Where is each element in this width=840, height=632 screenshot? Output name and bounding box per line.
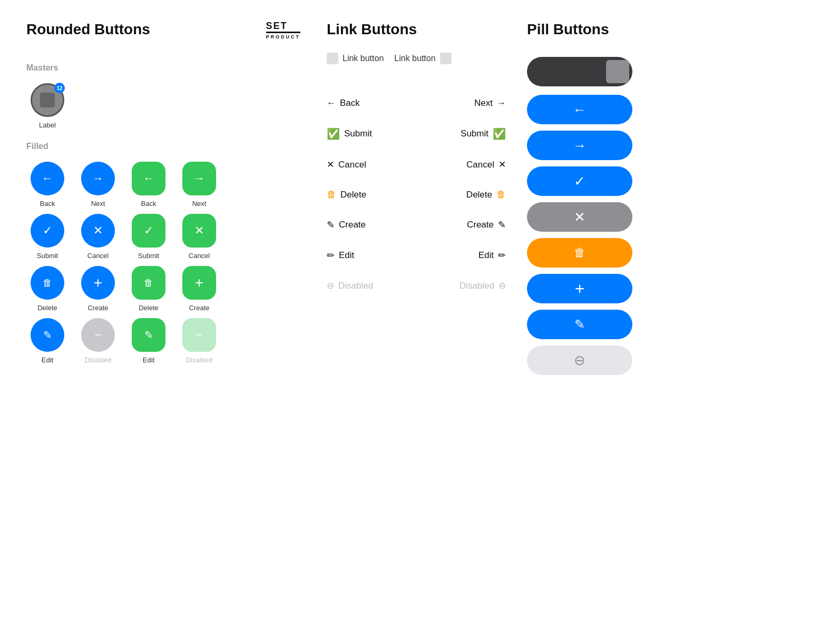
pill-edit-button[interactable]: ✎ [527, 310, 632, 339]
link-cancel-left-label: Cancel [338, 160, 366, 170]
link-delete-left-label: Delete [340, 190, 366, 200]
pill-create-button[interactable]: + [527, 274, 632, 303]
disabled-green-square-button: − [182, 318, 216, 352]
submit-blue-label: Submit [37, 252, 58, 260]
link-delete-right-label: Delete [466, 190, 492, 200]
back-blue-label: Back [40, 200, 55, 208]
pill-buttons-section: Pill Buttons ← → ✓ ✕ 🗑 + ✎ ⊖ [516, 21, 814, 375]
back-green-square-button[interactable]: ← [132, 162, 165, 195]
create-green-label: Create [189, 304, 209, 312]
filled-label: Filled [26, 142, 300, 151]
link-edit-left-label: Edit [339, 250, 354, 261]
pill-next-button[interactable]: → [527, 131, 632, 160]
master-button: 12 Label [26, 83, 69, 129]
link-next-button[interactable]: Next → [474, 96, 506, 111]
link-submit-right-button[interactable]: Submit ✅ [461, 125, 506, 142]
back-arrow-icon: ← [327, 98, 336, 108]
master-label: Label [39, 121, 56, 129]
link-back-label: Back [340, 98, 360, 108]
edit-green-square-button[interactable]: ✎ [132, 318, 165, 352]
cancel-green-square-button[interactable]: ✕ [182, 214, 216, 248]
link-edit-row: ✏ Edit Edit ✏ [327, 248, 506, 263]
rounded-title: Rounded Buttons [26, 21, 150, 38]
link-icon-box-right [440, 53, 452, 64]
next-green-label: Next [192, 200, 207, 208]
pill-disabled-button: ⊖ [527, 345, 632, 375]
link-create-left-label: Create [339, 220, 366, 230]
pill-back-button[interactable]: ← [527, 95, 632, 124]
disabled-minus-right-icon: ⊖ [499, 280, 506, 291]
create-icon-left: ✎ [327, 219, 335, 231]
btn-disabled-green: − Disabled [178, 318, 220, 364]
link-back-next-row: ← Back Next → [327, 96, 506, 111]
disabled-blue-label: Disabled [85, 356, 112, 364]
link-create-right-button[interactable]: Create ✎ [467, 217, 506, 233]
btn-cancel-blue: ✕ Cancel [77, 214, 119, 260]
edit-pencil-right-icon: ✏ [498, 250, 506, 261]
link-create-right-label: Create [467, 220, 494, 230]
toggle-thumb [606, 60, 629, 83]
pill-submit-button[interactable]: ✓ [527, 166, 632, 196]
link-disabled-row: ⊖ Disabled Disabled ⊖ [327, 278, 506, 293]
link-edit-right-button[interactable]: Edit ✏ [478, 248, 506, 263]
link-delete-row: 🗑 Delete Delete 🗑 [327, 187, 506, 202]
link-edit-left-button[interactable]: ✏ Edit [327, 248, 354, 263]
submit-check-right-icon: ✅ [493, 127, 506, 140]
delete-green-square-button[interactable]: 🗑 [132, 266, 165, 300]
link-master-left-label: Link button [343, 54, 384, 63]
link-master-left: Link button [327, 53, 384, 64]
btn-create-green: + Create [178, 266, 220, 312]
link-buttons-section: Link Buttons Link button Link button ← B… [316, 21, 516, 375]
link-create-left-button[interactable]: ✎ Create [327, 217, 366, 233]
create-blue-label: Create [87, 304, 108, 312]
delete-trash-left-icon: 🗑 [327, 189, 336, 200]
master-circle[interactable]: 12 [31, 83, 64, 117]
link-delete-left-button[interactable]: 🗑 Delete [327, 187, 366, 202]
link-submit-left-label: Submit [344, 129, 372, 139]
link-cancel-right-button[interactable]: Cancel ✕ [466, 157, 506, 172]
link-create-row: ✎ Create Create ✎ [327, 217, 506, 233]
next-green-square-button[interactable]: → [182, 162, 216, 195]
link-submit-left-button[interactable]: ✅ Submit [327, 125, 372, 142]
link-back-button[interactable]: ← Back [327, 96, 360, 111]
submit-check-left-icon: ✅ [327, 127, 340, 140]
submit-blue-circle-button[interactable]: ✓ [31, 214, 64, 248]
btn-submit-blue: ✓ Submit [26, 214, 69, 260]
rounded-buttons-grid: ← Back → Next ← Back → Next ✓ Submit ✕ [26, 162, 300, 364]
pill-title: Pill Buttons [527, 21, 814, 38]
next-blue-label: Next [91, 200, 105, 208]
pill-delete-button[interactable]: 🗑 [527, 238, 632, 268]
cancel-x-right-icon: ✕ [499, 159, 506, 170]
btn-cancel-green: ✕ Cancel [178, 214, 220, 260]
btn-delete-green: 🗑 Delete [128, 266, 170, 312]
btn-back-green: ← Back [128, 162, 170, 208]
create-icon-right: ✎ [498, 219, 506, 231]
btn-submit-green: ✓ Submit [128, 214, 170, 260]
master-badge: 12 [54, 83, 65, 93]
cancel-green-label: Cancel [189, 252, 210, 260]
cancel-x-left-icon: ✕ [327, 159, 334, 170]
link-cancel-row: ✕ Cancel Cancel ✕ [327, 157, 506, 172]
btn-delete-blue: 🗑 Delete [26, 266, 69, 312]
disabled-green-label: Disabled [186, 356, 213, 364]
pill-cancel-button[interactable]: ✕ [527, 202, 632, 232]
link-disabled-left-button: ⊖ Disabled [327, 278, 373, 293]
link-master-right: Link button [394, 53, 451, 64]
back-blue-circle-button[interactable]: ← [31, 162, 64, 195]
delete-blue-circle-button[interactable]: 🗑 [31, 266, 64, 300]
next-blue-circle-button[interactable]: → [81, 162, 115, 195]
link-cancel-right-label: Cancel [466, 160, 494, 170]
toggle-pill-button[interactable] [527, 57, 632, 86]
disabled-blue-circle-button: − [81, 318, 115, 352]
disabled-minus-left-icon: ⊖ [327, 280, 334, 291]
edit-blue-circle-button[interactable]: ✎ [31, 318, 64, 352]
link-cancel-left-button[interactable]: ✕ Cancel [327, 157, 366, 172]
create-blue-circle-button[interactable]: + [81, 266, 115, 300]
edit-blue-label: Edit [42, 356, 53, 364]
link-disabled-left-label: Disabled [338, 281, 373, 291]
create-green-square-button[interactable]: + [182, 266, 216, 300]
cancel-blue-circle-button[interactable]: ✕ [81, 214, 115, 248]
link-delete-right-button[interactable]: Delete 🗑 [466, 187, 506, 202]
next-arrow-icon: → [497, 98, 506, 108]
submit-green-square-button[interactable]: ✓ [132, 214, 165, 248]
